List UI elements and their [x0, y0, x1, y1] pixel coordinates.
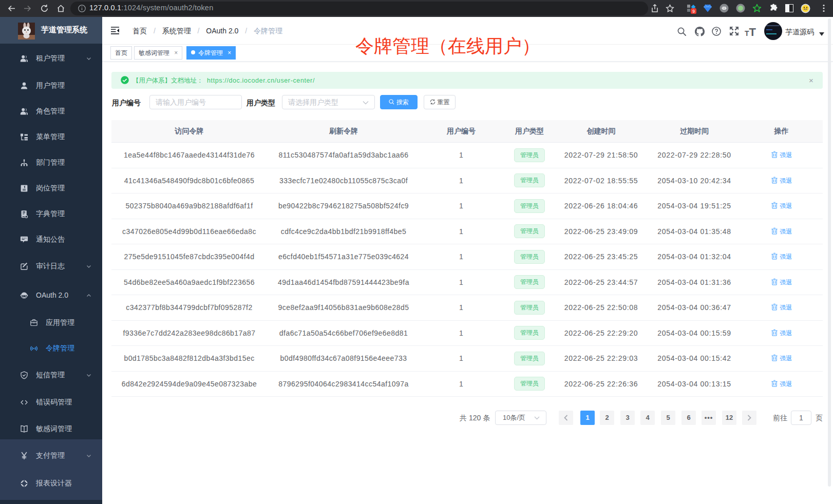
- svg-text:9: 9: [692, 9, 695, 14]
